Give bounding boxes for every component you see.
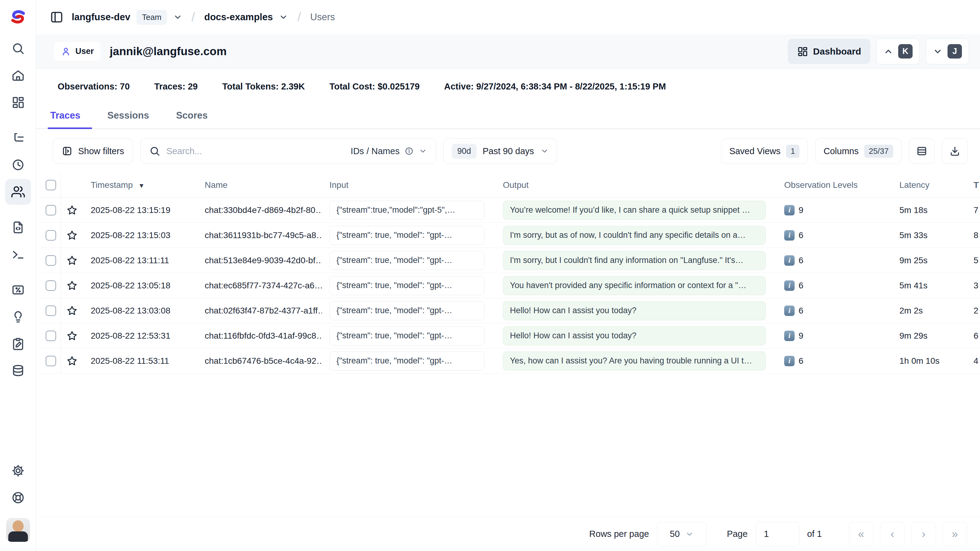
next-user-button[interactable]: J [926,38,969,64]
row-input-cell[interactable]: {"stream": true, "model": "gpt-… [329,226,485,245]
row-checkbox[interactable] [46,331,56,341]
row-checkbox[interactable] [46,230,56,240]
avatar-face [13,520,24,532]
row-output-cell[interactable]: You haven't provided any specific inform… [503,276,766,295]
row-checkbox[interactable] [46,205,56,215]
row-checkbox[interactable] [46,306,56,316]
row-input-cell[interactable]: {"stream":true,"model":"gpt-5",… [329,201,485,220]
breadcrumb-project[interactable]: docs-examples [204,12,288,23]
row-output-cell[interactable]: I'm sorry, but I couldn't find any infor… [503,251,766,270]
saved-views-label: Saved Views [729,146,781,156]
row-checkbox[interactable] [46,280,56,291]
sidebar-home-icon[interactable] [5,62,31,88]
row-clipped-value: 4 [970,356,980,366]
next-page-button[interactable]: › [912,522,936,546]
row-output-cell[interactable]: You’re welcome! If you’d like, I can sha… [503,201,766,220]
search-input[interactable]: Search... IDs / Names [140,138,436,164]
sidebar-datasets-database-icon[interactable] [5,358,31,384]
info-level-icon: i [784,306,795,316]
row-height-button[interactable] [909,138,935,164]
row-input-cell[interactable]: {"stream": true, "model": "gpt-… [329,301,485,320]
dashboard-button[interactable]: Dashboard [788,39,870,64]
table-row[interactable]: 2025-08-22 13:11:11 chat:513e84e9-9039-4… [41,248,980,273]
chevron-down-icon[interactable] [173,13,182,22]
saved-views-count-badge: 1 [786,145,800,158]
page-number-input[interactable]: 1 [756,522,799,546]
user-avatar[interactable] [6,518,30,542]
panel-toggle-icon[interactable] [49,10,64,24]
table-row[interactable]: 2025-08-22 11:53:11 chat:1cb67476-b5ce-4… [41,349,980,374]
row-timestamp: 2025-08-22 11:53:11 [83,356,197,366]
table-row[interactable]: 2025-08-22 13:15:03 chat:3611931b-bc77-4… [41,223,980,248]
prev-page-button[interactable]: ‹ [880,522,905,546]
sidebar-sessions-clock-icon[interactable] [5,152,31,178]
last-page-button[interactable]: » [943,522,967,546]
export-button[interactable] [942,138,968,164]
row-output-cell[interactable]: Hello! How can I assist you today? [503,301,766,320]
row-timestamp: 2025-08-22 13:03:08 [83,306,197,315]
row-latency: 9m 25s [894,256,970,265]
saved-views-button[interactable]: Saved Views 1 [721,138,808,164]
sidebar-dashboards-icon[interactable] [5,89,31,115]
tab-scores[interactable]: Scores [175,105,209,128]
row-checkbox[interactable] [46,255,56,266]
header-cell-name[interactable]: Name [197,180,322,190]
breadcrumb-org[interactable]: langfuse-dev Team [72,10,182,25]
sidebar-support-lifebuoy-icon[interactable] [5,485,31,511]
row-timestamp: 2025-08-22 13:15:03 [83,231,197,240]
sidebar-evaluation-board-icon[interactable] [5,277,31,303]
favorite-star-icon[interactable] [66,204,78,216]
rows-per-page-select[interactable]: 50 [657,522,706,546]
table-row[interactable]: 2025-08-22 12:53:31 chat:116fbfdc-0fd3-4… [41,323,980,349]
header-cell-observation-levels[interactable]: Observation Levels [777,180,894,190]
header-cell-clipped[interactable]: T [970,180,980,190]
row-output-cell[interactable]: I'm sorry, but as of now, I couldn't fin… [503,226,766,245]
tab-traces[interactable]: Traces [49,105,81,128]
first-page-button[interactable]: « [849,522,873,546]
row-input-cell[interactable]: {"stream": true, "model": "gpt-… [329,251,485,270]
sidebar-playground-terminal-icon[interactable] [5,242,31,267]
chevron-down-icon [540,147,549,155]
row-input-cell[interactable]: {"stream": true, "model": "gpt-… [329,326,485,346]
row-input-cell[interactable]: {"stream": true, "model": "gpt-… [329,352,485,371]
favorite-star-icon[interactable] [66,355,78,367]
row-input-cell[interactable]: {"stream": true, "model": "gpt-… [329,276,485,295]
header-cell-input[interactable]: Input [322,180,495,190]
search-scope-select[interactable]: IDs / Names [350,146,427,156]
prev-user-button[interactable]: K [877,38,920,64]
favorite-star-icon[interactable] [66,255,78,266]
langfuse-logo-icon[interactable] [9,8,27,26]
chevron-down-icon[interactable] [279,13,288,22]
show-filters-button[interactable]: Show filters [53,138,133,164]
sidebar-annotation-clipboard-icon[interactable] [5,331,31,357]
favorite-star-icon[interactable] [66,330,78,342]
select-all-checkbox[interactable] [46,180,56,190]
dashboard-button-label: Dashboard [813,46,861,57]
sidebar-users-icon[interactable] [5,179,31,205]
user-type-chip: User [54,42,100,61]
table-row[interactable]: 2025-08-22 13:15:19 chat:330bd4e7-d869-4… [41,197,980,223]
sidebar-settings-gear-icon[interactable] [5,458,31,484]
info-level-icon: i [784,230,795,240]
header-cell-output[interactable]: Output [495,180,777,190]
tab-sessions[interactable]: Sessions [106,105,150,128]
columns-button[interactable]: Columns 25/37 [815,138,902,164]
favorite-star-icon[interactable] [66,229,78,241]
project-name: docs-examples [204,12,273,23]
favorite-star-icon[interactable] [66,305,78,317]
header-cell-latency[interactable]: Latency [894,180,970,190]
main-area: langfuse-dev Team / docs-examples / User… [36,0,980,551]
table-row[interactable]: 2025-08-22 13:03:08 chat:02f63f47-87b2-4… [41,298,980,323]
sidebar-prompts-file-code-icon[interactable] [5,215,31,240]
row-output-cell[interactable]: Hello! How can I assist you today? [503,326,766,346]
header-cell-timestamp[interactable]: Timestamp ▼ [83,180,197,190]
row-checkbox[interactable] [46,356,56,366]
row-output-cell[interactable]: Yes, how can I assist you? Are you havin… [503,352,766,371]
date-range-select[interactable]: 90d Past 90 days [444,138,557,164]
row-name: chat:330bd4e7-d869-4b2f-80… [197,205,322,215]
favorite-star-icon[interactable] [66,280,78,291]
sidebar-search-icon[interactable] [5,35,31,61]
sidebar-lightbulb-icon[interactable] [5,304,31,330]
table-row[interactable]: 2025-08-22 13:05:18 chat:ec685f77-7374-4… [41,273,980,298]
sidebar-tracing-icon[interactable] [5,125,31,151]
